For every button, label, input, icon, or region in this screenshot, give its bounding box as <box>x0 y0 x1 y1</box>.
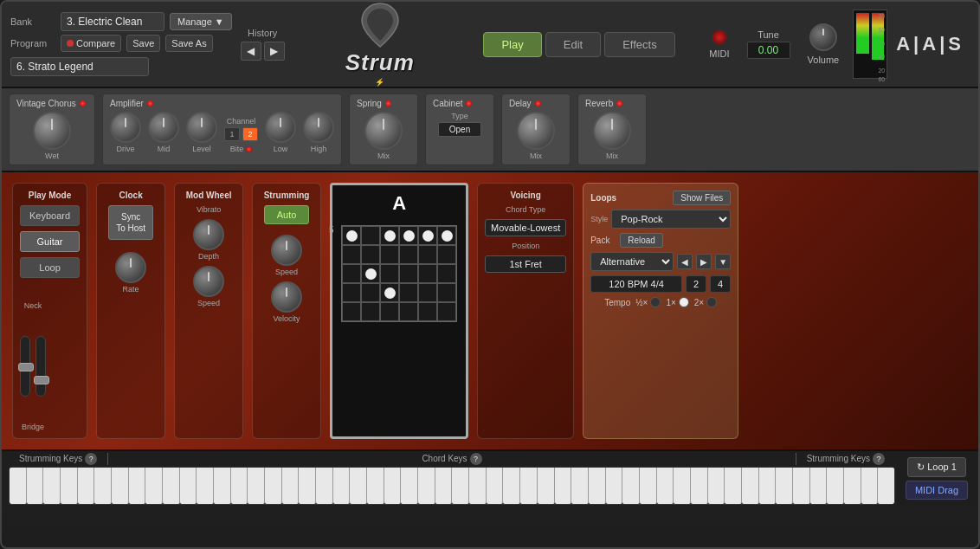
loop-back-button[interactable]: ◀ <box>677 254 693 269</box>
strum-velocity-knob[interactable] <box>271 281 302 313</box>
midi-drag-button[interactable]: MIDI Drag <box>906 481 968 500</box>
loop-mode-button[interactable]: Loop <box>20 257 80 278</box>
white-key[interactable] <box>674 468 691 504</box>
loop-1-button[interactable]: ↻ Loop 1 <box>907 457 966 477</box>
high-knob[interactable] <box>303 112 334 143</box>
white-key[interactable] <box>776 468 793 504</box>
white-key[interactable] <box>333 468 351 504</box>
white-key[interactable] <box>94 468 112 504</box>
white-key[interactable] <box>640 468 657 504</box>
white-key[interactable] <box>129 468 146 504</box>
loop-forward-button[interactable]: ▶ <box>696 254 712 269</box>
amplifier-led[interactable] <box>147 100 153 107</box>
white-key[interactable] <box>10 468 27 504</box>
auto-button[interactable]: Auto <box>264 205 310 224</box>
low-knob[interactable] <box>265 112 296 143</box>
white-key[interactable] <box>231 468 248 504</box>
white-key[interactable] <box>759 468 777 504</box>
effects-tab[interactable]: Effects <box>604 32 675 57</box>
edit-tab[interactable]: Edit <box>545 32 601 57</box>
program-select[interactable]: 6. Strato Legend <box>10 57 149 76</box>
white-key[interactable] <box>571 468 589 504</box>
white-key[interactable] <box>622 468 640 504</box>
white-key[interactable] <box>878 468 894 504</box>
white-key[interactable] <box>282 468 300 504</box>
white-key[interactable] <box>112 468 129 504</box>
white-key[interactable] <box>810 468 828 504</box>
keyboard-mode-button[interactable]: Keyboard <box>20 205 80 226</box>
reverb-mix-knob[interactable] <box>593 112 631 150</box>
white-key[interactable] <box>299 468 316 504</box>
bank-select[interactable]: 3. Electric Clean <box>61 12 164 31</box>
manage-button[interactable]: Manage ▼ <box>170 13 232 30</box>
white-key[interactable] <box>61 468 78 504</box>
guitar-mode-button[interactable]: Guitar <box>20 231 80 252</box>
history-forward-button[interactable]: ▶ <box>264 42 285 61</box>
spring-led[interactable] <box>385 100 391 107</box>
save-button[interactable]: Save <box>126 35 160 52</box>
strum-right-help-button[interactable]: ? <box>873 453 885 465</box>
white-key[interactable] <box>248 468 265 504</box>
mod-speed-knob[interactable] <box>193 266 224 297</box>
white-key[interactable] <box>691 468 708 504</box>
show-files-button[interactable]: Show Files <box>673 191 731 205</box>
position-value[interactable]: 1st Fret <box>485 255 566 273</box>
drive-knob[interactable] <box>110 112 141 143</box>
white-key[interactable] <box>197 468 214 504</box>
tempo-1x-button[interactable]: 1× <box>666 297 688 307</box>
cabinet-led[interactable] <box>466 100 472 107</box>
white-key[interactable] <box>538 468 555 504</box>
neck-slider[interactable] <box>20 336 30 397</box>
white-key[interactable] <box>742 468 759 504</box>
white-key[interactable] <box>401 468 418 504</box>
reload-button[interactable]: Reload <box>620 233 663 248</box>
tempo-2x-button[interactable]: 2× <box>694 297 717 307</box>
white-key[interactable] <box>725 468 742 504</box>
white-key[interactable] <box>555 468 572 504</box>
bite-led[interactable] <box>246 146 252 152</box>
white-key[interactable] <box>180 468 197 504</box>
strum-speed-knob[interactable] <box>271 235 302 266</box>
mid-knob[interactable] <box>148 112 179 143</box>
history-back-button[interactable]: ◀ <box>241 42 261 61</box>
white-key[interactable] <box>350 468 367 504</box>
white-key[interactable] <box>27 468 44 504</box>
white-key[interactable] <box>657 468 674 504</box>
wet-knob[interactable] <box>33 112 71 150</box>
bridge-slider[interactable] <box>35 336 46 397</box>
white-key[interactable] <box>606 468 623 504</box>
channel-1-button[interactable]: 1 <box>224 127 240 141</box>
spring-mix-knob[interactable] <box>364 112 403 150</box>
bridge-slider-thumb[interactable] <box>34 376 49 384</box>
delay-mix-knob[interactable] <box>517 112 555 150</box>
white-key[interactable] <box>861 468 879 504</box>
saveas-button[interactable]: Save As <box>165 35 212 52</box>
white-key[interactable] <box>827 468 844 504</box>
channel-2-button[interactable]: 2 <box>242 127 258 141</box>
white-key[interactable] <box>145 468 163 504</box>
compare-button[interactable]: Compare <box>61 35 121 52</box>
vintage-chorus-led[interactable] <box>80 100 86 107</box>
sync-to-host-button[interactable]: SyncTo Host <box>108 205 153 240</box>
white-key[interactable] <box>418 468 435 504</box>
white-key[interactable] <box>844 468 861 504</box>
white-key[interactable] <box>435 468 453 504</box>
loop-menu-button[interactable]: ▼ <box>715 254 731 269</box>
white-key[interactable] <box>708 468 725 504</box>
white-key[interactable] <box>367 468 384 504</box>
white-key[interactable] <box>78 468 95 504</box>
depth-knob[interactable] <box>193 219 224 250</box>
volume-knob[interactable] <box>809 23 837 51</box>
delay-led[interactable] <box>535 100 541 107</box>
style-select[interactable]: Pop-Rock <box>611 210 731 229</box>
neck-slider-thumb[interactable] <box>18 363 34 371</box>
white-key[interactable] <box>520 468 538 504</box>
white-key[interactable] <box>469 468 487 504</box>
reverb-led[interactable] <box>616 100 622 107</box>
white-key[interactable] <box>163 468 180 504</box>
clock-rate-knob[interactable] <box>115 252 146 283</box>
white-key[interactable] <box>503 468 520 504</box>
piano-keyboard[interactable] <box>9 467 895 505</box>
white-key[interactable] <box>452 468 469 504</box>
white-key[interactable] <box>316 468 333 504</box>
